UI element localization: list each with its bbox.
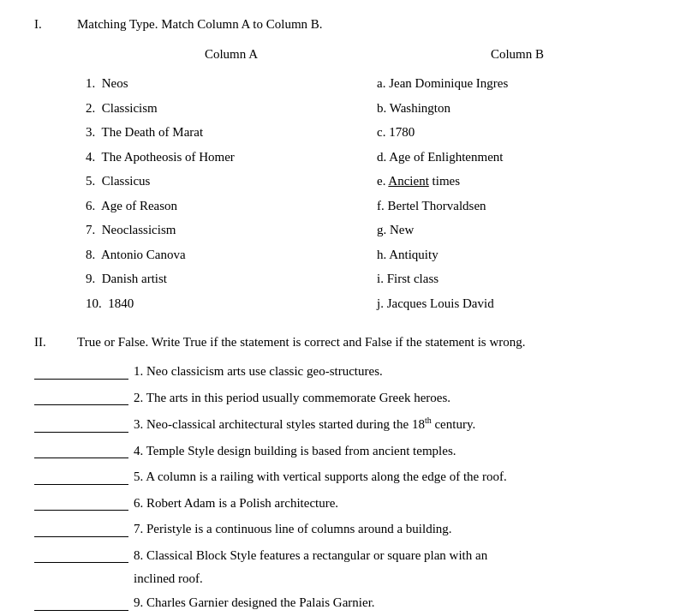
- column-b-item: e. Ancient times: [377, 171, 658, 191]
- tf-items-container: 1. Neo classicism arts use classic geo-s…: [34, 362, 658, 616]
- column-a: 1. Neos2. Classicism3. The Death of Mara…: [86, 74, 377, 318]
- column-b-item: f. Bertel Thorvaldsen: [377, 196, 658, 216]
- section2: II. True or False. Write True if the sta…: [34, 335, 658, 616]
- columns-header: Column A Column B: [86, 47, 658, 62]
- tf-statement: 6. Robert Adam is a Polish architecture.: [128, 493, 658, 513]
- column-a-item: 3. The Death of Marat: [86, 123, 377, 142]
- tf-item: 6. Robert Adam is a Polish architecture.: [34, 493, 658, 513]
- section1-title: Matching Type. Match Column A to Column …: [77, 17, 658, 32]
- answer-blank[interactable]: [34, 595, 128, 611]
- column-b-item: i. First class: [377, 269, 658, 289]
- answer-blank[interactable]: [34, 522, 128, 537]
- tf-statement: 9. Charles Garnier designed the Palais G…: [128, 593, 658, 613]
- tf-item: 1. Neo classicism arts use classic geo-s…: [34, 362, 658, 381]
- section2-header: II. True or False. Write True if the sta…: [34, 335, 658, 350]
- tf-item: 9. Charles Garnier designed the Palais G…: [34, 593, 658, 613]
- tf-item: 2. The arts in this period usually comme…: [34, 388, 658, 408]
- answer-blank[interactable]: [34, 443, 128, 458]
- tf-statement: 7. Peristyle is a continuous line of col…: [128, 519, 658, 539]
- tf-item: 5. A column is a railing with vertical s…: [34, 467, 658, 487]
- column-a-item: 7. Neoclassicism: [86, 220, 377, 240]
- section1-header: I. Matching Type. Match Column A to Colu…: [34, 17, 658, 32]
- column-b-item: c. 1780: [377, 123, 658, 142]
- column-a-item: 9. Danish artist: [86, 269, 377, 289]
- page-container: I. Matching Type. Match Column A to Colu…: [34, 17, 658, 616]
- column-a-item: 5. Classicus: [86, 171, 377, 191]
- column-b-item: h. Antiquity: [377, 245, 658, 265]
- tf-statement: 5. A column is a railing with vertical s…: [128, 467, 658, 487]
- answer-blank[interactable]: [34, 417, 128, 433]
- column-b: a. Jean Dominique Ingresb. Washingtonc. …: [377, 74, 658, 318]
- tf-item: 4. Temple Style design building is based…: [34, 441, 658, 461]
- tf-item-continued: inclined roof.: [34, 571, 658, 586]
- tf-statement: 8. Classical Block Style features a rect…: [128, 546, 658, 565]
- column-b-item: d. Age of Enlightenment: [377, 147, 658, 167]
- column-a-item: 6. Age of Reason: [86, 196, 377, 216]
- column-a-item: 1. Neos: [86, 74, 377, 93]
- answer-blank[interactable]: [34, 547, 128, 563]
- tf-item: 3. Neo-classical architectural styles st…: [34, 414, 658, 434]
- column-b-item: a. Jean Dominique Ingres: [377, 74, 658, 93]
- answer-blank[interactable]: [34, 390, 128, 405]
- tf-statement: 1. Neo classicism arts use classic geo-s…: [128, 362, 658, 381]
- matching-rows: 1. Neos2. Classicism3. The Death of Mara…: [86, 74, 658, 318]
- column-b-item: j. Jacques Louis David: [377, 294, 658, 314]
- section1-number: I.: [34, 17, 60, 32]
- column-a-item: 4. The Apotheosis of Homer: [86, 147, 377, 167]
- matching-container: Column A Column B 1. Neos2. Classicism3.…: [86, 47, 658, 318]
- column-a-item: 2. Classicism: [86, 99, 377, 118]
- tf-statement: 3. Neo-classical architectural styles st…: [128, 414, 658, 434]
- column-b-item: g. New: [377, 220, 658, 240]
- tf-statement: 2. The arts in this period usually comme…: [128, 388, 658, 408]
- col-b-header: Column B: [377, 47, 658, 62]
- tf-item: 7. Peristyle is a continuous line of col…: [34, 519, 658, 539]
- answer-blank[interactable]: [34, 495, 128, 511]
- column-a-item: 8. Antonio Canova: [86, 245, 377, 265]
- tf-statement: 4. Temple Style design building is based…: [128, 441, 658, 461]
- column-a-item: 10. 1840: [86, 294, 377, 314]
- section2-number: II.: [34, 335, 60, 350]
- answer-blank[interactable]: [34, 364, 128, 380]
- tf-item: 8. Classical Block Style features a rect…: [34, 546, 658, 565]
- column-b-item: b. Washington: [377, 99, 658, 118]
- answer-blank[interactable]: [34, 469, 128, 485]
- section2-title: True or False. Write True if the stateme…: [77, 335, 525, 350]
- col-a-header: Column A: [86, 47, 377, 62]
